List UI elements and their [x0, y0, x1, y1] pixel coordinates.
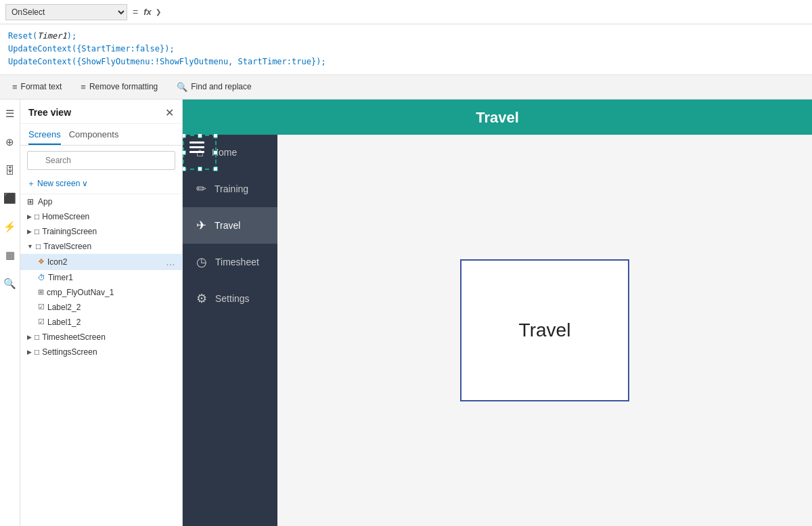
chevron-right-icon: ▶ — [27, 213, 32, 220]
app-preview: Travel ⌂ Home ✏ Training ✈ Travel — [183, 100, 812, 526]
find-replace-icon: 🔍 — [177, 82, 187, 92]
tree-header: Tree view ✕ — [20, 100, 182, 124]
format-text-label: Format text — [21, 82, 62, 91]
tree-item-label2-2[interactable]: ☑ Label2_2 — [20, 300, 182, 315]
cmp-flyoutnav-label: cmp_FlyOutNav_1 — [47, 288, 175, 297]
tree-item-timer1[interactable]: ⏱ Timer1 — [20, 270, 182, 285]
app-sidebar: ⌂ Home ✏ Training ✈ Travel ◷ Timesheet — [183, 135, 277, 526]
timesheet-icon: ◷ — [196, 255, 207, 269]
code-line-1: Reset(Timer1); — [8, 30, 804, 43]
nav-home[interactable]: ⌂ Home — [183, 135, 277, 171]
app-label: App — [38, 197, 52, 206]
component-nav-icon: ⊞ — [38, 288, 44, 297]
travelscreen-label: TravelScreen — [43, 242, 175, 251]
variables-icon[interactable]: ⚡ — [1, 218, 19, 236]
format-text-icon: ≡ — [12, 82, 18, 92]
icon2-label: Icon2 — [47, 257, 163, 267]
homescreen-label: HomeScreen — [42, 212, 175, 221]
components-icon[interactable]: ⬛ — [1, 190, 19, 207]
tree-search — [20, 146, 182, 175]
search-input[interactable] — [27, 151, 175, 170]
data-icon[interactable]: 🗄 — [2, 162, 18, 179]
folder-icon: □ — [36, 242, 41, 251]
travel-box: Travel — [460, 259, 629, 401]
tree-item-trainingscreen[interactable]: ▶ □ TrainingScreen — [20, 224, 182, 239]
event-select[interactable]: OnSelect — [5, 4, 127, 20]
tree-item-cmp-flyoutnav[interactable]: ⊞ cmp_FlyOutNav_1 — [20, 285, 182, 300]
new-screen-chevron: ∨ — [82, 179, 88, 188]
tree-item-homescreen[interactable]: ▶ □ HomeScreen — [20, 209, 182, 224]
code-area: Reset(Timer1); UpdateContext({StartTimer… — [0, 24, 812, 75]
new-screen-label: New screen — [37, 179, 80, 188]
home-icon: ⌂ — [196, 146, 204, 160]
component-icon: ❖ — [38, 257, 45, 266]
tree-item-icon2[interactable]: ❖ Icon2 … — [20, 254, 182, 270]
nav-settings[interactable]: ⚙ Settings — [183, 280, 277, 317]
tree-item-label1-2[interactable]: ☑ Label1_2 — [20, 315, 182, 330]
tree-panel: Tree view ✕ Screens Components ＋ New scr… — [20, 100, 183, 526]
tree-items: ▶ □ HomeScreen ▶ □ TrainingScreen ▼ □ Tr… — [20, 209, 182, 526]
tab-screens[interactable]: Screens — [28, 127, 61, 145]
tree-item-settingsscreen[interactable]: ▶ □ SettingsScreen — [20, 345, 182, 359]
label1-2-label: Label1_2 — [47, 317, 175, 327]
equals-label: = — [131, 7, 139, 18]
nav-settings-label: Settings — [215, 293, 250, 304]
canvas-content: Travel ⌂ Home ✏ Training ✈ Travel — [183, 100, 812, 526]
hamburger-icon[interactable]: ☰ — [3, 105, 17, 123]
folder-icon: □ — [35, 332, 39, 342]
trainingscreen-label: TrainingScreen — [42, 227, 175, 236]
label2-2-label: Label2_2 — [47, 303, 175, 312]
app-item[interactable]: ⊞ App — [20, 194, 182, 209]
nav-travel[interactable]: ✈ Travel — [183, 207, 277, 244]
tree-item-timesheetscreen[interactable]: ▶ □ TimesheetScreen — [20, 330, 182, 345]
timer1-label: Timer1 — [48, 273, 175, 282]
nav-training[interactable]: ✏ Training — [183, 171, 277, 207]
tree-tabs: Screens Components — [20, 124, 182, 146]
new-screen-button[interactable]: ＋ New screen ∨ — [27, 178, 88, 190]
search-icon[interactable]: 🔍 — [1, 275, 19, 292]
chevron-right-icon: ▶ — [27, 334, 32, 341]
travel-icon: ✈ — [196, 218, 206, 233]
canvas-area: Travel ⌂ Home ✏ Training ✈ Travel — [183, 100, 812, 526]
tree-close-button[interactable]: ✕ — [165, 106, 174, 119]
fx-label: fx — [143, 7, 152, 17]
add-icon[interactable]: ⊕ — [3, 133, 17, 151]
app-main: Travel — [277, 135, 812, 526]
chevron-down-icon: ▼ — [27, 243, 33, 250]
nav-timesheet-label: Timesheet — [215, 257, 259, 267]
find-replace-label: Find and replace — [191, 82, 251, 91]
tree-title: Tree view — [28, 107, 71, 118]
more-options-icon[interactable]: … — [166, 257, 175, 267]
app-header: Travel — [183, 100, 812, 136]
app-icon: ⊞ — [27, 197, 34, 206]
search-wrap — [27, 151, 175, 170]
training-icon: ✏ — [196, 181, 206, 196]
folder-icon: □ — [35, 227, 39, 236]
plus-icon: ＋ — [27, 178, 35, 190]
settingsscreen-label: SettingsScreen — [42, 347, 175, 357]
remove-formatting-button[interactable]: ≡ Remove formatting — [76, 80, 162, 94]
format-toolbar: ≡ Format text ≡ Remove formatting 🔍 Find… — [0, 75, 812, 100]
timer-icon: ⏱ — [38, 273, 45, 282]
nav-timesheet[interactable]: ◷ Timesheet — [183, 244, 277, 280]
folder-icon: □ — [35, 212, 39, 221]
app-title: Travel — [476, 109, 519, 126]
tree-item-travelscreen[interactable]: ▼ □ TravelScreen — [20, 239, 182, 254]
find-replace-button[interactable]: 🔍 Find and replace — [173, 80, 255, 94]
timesheetscreen-label: TimesheetScreen — [42, 332, 175, 342]
fx-chevron: ❯ — [156, 8, 161, 16]
left-icon-rail: ☰ ⊕ 🗄 ⬛ ⚡ ▦ 🔍 — [0, 100, 20, 526]
chevron-right-icon: ▶ — [27, 349, 32, 355]
remove-formatting-icon: ≡ — [81, 82, 86, 92]
label-icon: ☑ — [38, 303, 45, 311]
code-line-2: UpdateContext({StartTimer:false}); — [8, 43, 804, 56]
travel-box-label: Travel — [519, 320, 571, 341]
folder-icon: □ — [35, 347, 39, 357]
settings-icon: ⚙ — [196, 291, 207, 306]
media-icon[interactable]: ▦ — [3, 246, 18, 264]
code-reset: Reset( — [8, 31, 37, 41]
code-line-3: UpdateContext({ShowFlyOutmenu:!ShowFlyOu… — [8, 56, 804, 68]
tab-components[interactable]: Components — [69, 127, 119, 145]
nav-home-label: Home — [212, 147, 237, 158]
format-text-button[interactable]: ≡ Format text — [8, 80, 66, 94]
